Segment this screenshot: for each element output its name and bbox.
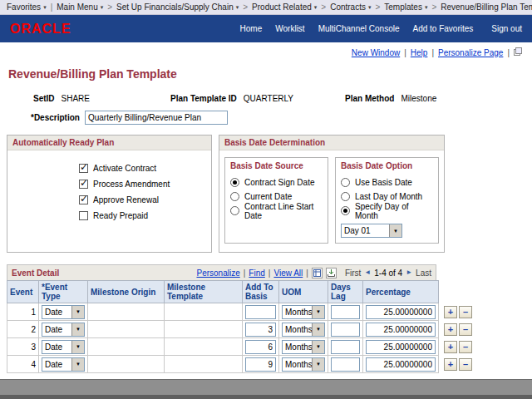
add-row-button[interactable]: + [444,341,457,353]
pager-previous-icon[interactable]: ◄ [364,269,371,276]
event-type-select[interactable]: Date▼ [42,323,85,337]
radio-label: Contract Sign Date [244,178,315,187]
breadcrumb-product-related[interactable]: Product Related▾ [250,2,318,12]
description-row: *Description [31,111,532,125]
delete-row-button[interactable]: – [459,323,472,336]
personalize-link[interactable]: Personalize [196,268,239,278]
activate-contract-checkbox[interactable] [79,164,88,173]
dropdown-arrow-icon: ▼ [312,306,324,318]
col-milestone-origin: Milestone Origin [88,281,165,303]
use-basis-date-row: Use Basis Date [341,175,433,190]
key-fields-row: SetID SHARE Plan Template ID QUARTERLY P… [33,94,532,103]
breadcrumb-setup-financials[interactable]: Set Up Financials/Supply Chain▾ [115,2,240,12]
col-uom: UOM [279,281,328,303]
personalize-page-link[interactable]: Personalize Page [438,48,503,57]
add-row-button[interactable]: + [444,306,457,318]
new-window-link[interactable]: New Window [352,48,400,57]
breadcrumb-current-page[interactable]: Revenue/Billing Plan Template [439,2,532,12]
table-row: 1 Date▼ Months▼ +– [7,303,475,321]
radio-label: Specify Day of Month [355,202,433,220]
pager-first[interactable]: First [345,268,361,278]
contract-sign-date-radio[interactable] [230,178,239,187]
pagebar-separator: | [431,48,434,57]
ready-prepaid-checkbox[interactable] [79,211,88,220]
days-lag-input[interactable] [331,305,360,319]
pager-last[interactable]: Last [416,268,431,278]
event-number: 3 [7,338,39,356]
view-all-link[interactable]: View All [273,268,303,278]
automatically-ready-plan-groupbox: Automatically Ready Plan Activate Contra… [7,135,212,253]
process-amendment-checkbox[interactable] [79,180,88,189]
grid-navigation-bar: Personalize | Find | View All | First ◄ … [196,268,431,278]
nav-separator: | [306,268,308,278]
add-to-basis-input[interactable] [245,305,276,319]
add-to-basis-input[interactable] [245,340,276,354]
breadcrumb-label: Contracts [330,2,366,12]
add-row-button[interactable]: + [444,323,457,336]
grid-title-bar: Event Detail Personalize | Find | View A… [7,264,436,280]
percentage-input[interactable] [366,357,436,372]
contract-line-start-date-radio[interactable] [230,206,239,215]
worklist-link[interactable]: Worklist [275,24,304,33]
event-type-select[interactable]: Date▼ [42,340,85,354]
approve-renewal-row: Approve Renewal [79,192,211,208]
dropdown-arrow-icon: ▼ [71,306,84,318]
home-link[interactable]: Home [240,24,263,33]
breadcrumb-templates[interactable]: Templates▾ [382,2,429,12]
delete-row-button[interactable]: – [459,306,472,318]
multichannel-console-link[interactable]: MultiChannel Console [318,24,400,33]
last-day-of-month-radio[interactable] [341,192,350,201]
help-link[interactable]: Help [411,48,428,57]
col-event-type: *Event Type [39,281,88,303]
approve-renewal-checkbox[interactable] [79,195,88,204]
checkbox-label: Approve Renewal [93,195,159,204]
pager-next-icon[interactable]: ► [406,269,412,276]
uom-select[interactable]: Months▼ [282,340,325,354]
chevron-down-icon: ▾ [368,4,372,11]
days-lag-input[interactable] [331,357,360,372]
copy-url-icon[interactable] [514,47,522,57]
breadcrumb-label: Main Menu [57,2,97,12]
sign-out-link[interactable]: Sign out [491,24,522,33]
days-lag-input[interactable] [331,323,360,337]
breadcrumb-favorites[interactable]: Favorites▾ [5,2,48,12]
use-basis-date-radio[interactable] [341,178,350,187]
groupbox-title: Basis Date Determination [219,135,444,150]
dropdown-arrow-icon: ▼ [71,323,84,336]
add-to-basis-input[interactable] [245,357,276,372]
days-lag-input[interactable] [331,340,360,354]
delete-row-button[interactable]: – [459,341,472,353]
breadcrumb-main-menu[interactable]: Main Menu▾ [55,2,105,12]
uom-select[interactable]: Months▼ [282,305,325,319]
select-value: Months [283,306,312,318]
delete-row-button[interactable]: – [459,358,472,371]
percentage-input[interactable] [366,323,436,337]
specify-day-of-month-radio[interactable] [341,206,350,215]
event-type-select[interactable]: Date▼ [42,305,85,319]
table-row: 2 Date▼ Months▼ +– [7,321,475,338]
milestone-origin-cell [88,356,165,373]
current-date-radio[interactable] [230,192,239,201]
description-input[interactable] [85,111,228,125]
expand-grid-icon[interactable] [312,268,323,278]
day-of-month-select[interactable]: Day 01 ▼ [341,224,402,238]
add-to-favorites-link[interactable]: Add to Favorites [412,24,473,33]
download-icon[interactable] [326,268,337,278]
breadcrumb-contracts[interactable]: Contracts▾ [328,2,372,12]
ready-prepaid-row: Ready Prepaid [79,208,211,224]
page-action-bar: New Window | Help | Personalize Page | [0,42,532,57]
uom-select[interactable]: Months▼ [282,323,325,337]
event-number: 4 [7,356,39,373]
breadcrumb-separator: > [372,2,382,12]
dropdown-arrow-icon: ▼ [312,323,324,336]
event-type-select[interactable]: Date▼ [42,357,85,372]
uom-select[interactable]: Months▼ [282,357,325,372]
percentage-input[interactable] [366,305,436,319]
oracle-logo: ORACLE [10,22,71,37]
add-row-button[interactable]: + [444,358,457,371]
basis-date-option-groupbox: Basis Date Option Use Basis Date Last Da… [335,157,439,244]
percentage-input[interactable] [366,340,436,354]
add-to-basis-input[interactable] [245,323,276,337]
find-link[interactable]: Find [249,268,264,278]
col-days-lag: Days Lag [328,281,363,303]
